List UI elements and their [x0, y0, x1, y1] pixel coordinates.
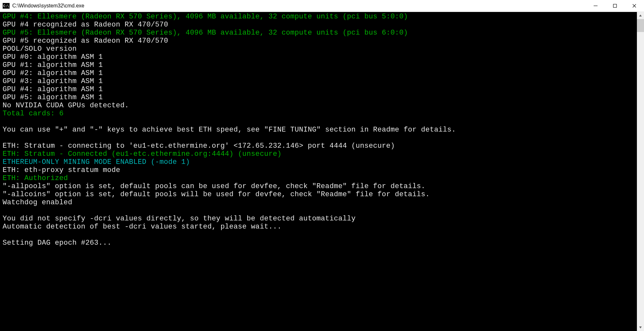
terminal-line: GPU #1: algorithm ASM 1 [3, 61, 103, 69]
close-button[interactable] [625, 0, 644, 12]
terminal-output[interactable]: GPU #4: Ellesmere (Radeon RX 570 Series)… [0, 12, 637, 331]
terminal-line: GPU #3: algorithm ASM 1 [3, 77, 103, 85]
terminal-line: GPU #0: algorithm ASM 1 [3, 53, 103, 61]
terminal-line: "-allcoins" option is set, default pools… [3, 190, 430, 198]
scrollbar[interactable] [637, 12, 644, 331]
terminal-line: Watchdog enabled [3, 198, 72, 207]
terminal-line: GPU #5: algorithm ASM 1 [3, 93, 103, 101]
terminal-line: ETH: Stratum - connecting to 'eu1-etc.et… [3, 142, 395, 150]
terminal-line: GPU #2: algorithm ASM 1 [3, 69, 103, 77]
terminal-line: ETH: Stratum - Connected (eu1-etc.etherm… [3, 150, 281, 158]
terminal-line: GPU #4: algorithm ASM 1 [3, 85, 103, 93]
content-area: GPU #4: Ellesmere (Radeon RX 570 Series)… [0, 12, 644, 331]
cmd-window: C:\ C:\Windows\system32\cmd.exe GPU #4: … [0, 0, 644, 331]
terminal-line: Total cards: 6 [3, 110, 64, 118]
terminal-line: GPU #5 recognized as Radeon RX 470/570 [3, 37, 168, 45]
terminal-line: ETHEREUM-ONLY MINING MODE ENABLED (-mode… [3, 158, 190, 166]
terminal-line: You can use "+" and "-" keys to achieve … [3, 126, 456, 134]
terminal-line: POOL/SOLO version [3, 45, 77, 53]
svg-rect-1 [613, 4, 617, 7]
terminal-line: GPU #4: Ellesmere (Radeon RX 570 Series)… [3, 13, 408, 21]
terminal-line: You did not specify -dcri values directl… [3, 215, 356, 223]
terminal-line: "-allpools" option is set, default pools… [3, 182, 425, 190]
terminal-line: GPU #4 recognized as Radeon RX 470/570 [3, 21, 168, 29]
cmd-icon: C:\ [3, 3, 10, 9]
terminal-line: ETH: Authorized [3, 174, 68, 182]
minimize-button[interactable] [586, 0, 605, 12]
terminal-line: Automatic detection of best -dcri values… [3, 223, 281, 231]
scroll-down-button[interactable] [637, 324, 644, 331]
window-controls [586, 0, 644, 12]
titlebar[interactable]: C:\ C:\Windows\system32\cmd.exe [0, 0, 644, 12]
chevron-up-icon [639, 14, 642, 17]
minimize-icon [593, 4, 598, 8]
terminal-line: Setting DAG epoch #263... [3, 239, 112, 247]
chevron-down-icon [639, 326, 642, 329]
scroll-track[interactable] [637, 19, 644, 324]
scroll-up-button[interactable] [637, 12, 644, 19]
svg-marker-5 [639, 326, 642, 328]
close-icon [632, 4, 637, 8]
scroll-thumb[interactable] [637, 19, 644, 32]
maximize-icon [613, 4, 617, 8]
maximize-button[interactable] [605, 0, 625, 12]
window-title: C:\Windows\system32\cmd.exe [12, 3, 586, 9]
terminal-line: ETH: eth-proxy stratum mode [3, 166, 120, 174]
terminal-line: No NVIDIA CUDA GPUs detected. [3, 101, 129, 110]
terminal-line: GPU #5: Ellesmere (Radeon RX 570 Series)… [3, 29, 408, 37]
svg-marker-4 [639, 15, 642, 16]
